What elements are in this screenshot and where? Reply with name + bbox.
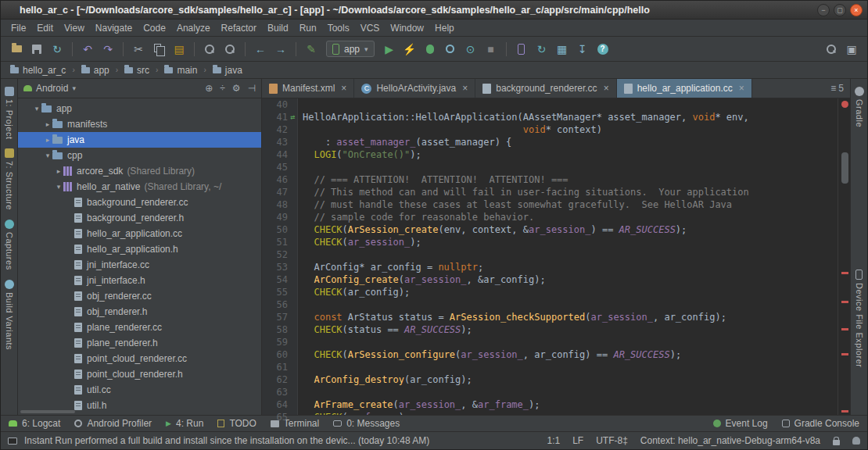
tree-item-jni-interface-h[interactable]: jni_interface.h: [18, 273, 261, 288]
editor-scrollbar[interactable]: [840, 98, 850, 415]
close-icon[interactable]: ×: [341, 83, 346, 94]
project-tree[interactable]: ▾app▸manifests▸java▾cpp▸arcore_sdk(Share…: [18, 98, 261, 415]
menu-window[interactable]: Window: [385, 21, 429, 35]
menu-view[interactable]: View: [59, 21, 90, 35]
close-button[interactable]: ×: [850, 4, 863, 16]
scrollbar-thumb[interactable]: [841, 152, 848, 184]
tree-item-hello-ar-native[interactable]: ▾hello_ar_native(Shared Library, ~/: [18, 179, 261, 195]
debug-icon[interactable]: [421, 40, 439, 59]
tree-item-hello-ar-application-cc[interactable]: hello_ar_application.cc: [18, 226, 261, 241]
menu-refactor[interactable]: Refactor: [216, 21, 262, 35]
toolwindow-button-captures[interactable]: Captures: [5, 215, 14, 275]
line-separator-widget[interactable]: LF: [572, 435, 583, 446]
toolwindow-button-4-run[interactable]: ▶4: Run: [166, 418, 203, 429]
close-icon[interactable]: ×: [604, 83, 609, 94]
search-everywhere-icon[interactable]: [822, 40, 841, 59]
status-message[interactable]: Instant Run performed a full build and i…: [24, 435, 429, 446]
tab-background-renderer-cc[interactable]: background_renderer.cc×: [475, 79, 616, 98]
toolwindow-button-7-structure[interactable]: 7: Structure: [5, 144, 14, 215]
breadcrumb-item-hello-ar-c[interactable]: hello_ar_c: [9, 65, 67, 76]
breadcrumb-item-src[interactable]: src: [123, 65, 151, 76]
toolwindow-button-gradle[interactable]: Gradle: [855, 82, 864, 132]
apply-changes-icon[interactable]: ⚡: [400, 40, 419, 59]
tree-item-java[interactable]: ▸java: [18, 132, 261, 148]
chevron-down-icon[interactable]: ▾: [43, 152, 52, 159]
toolwindow-button-0-messages[interactable]: 0: Messages: [333, 418, 400, 429]
breadcrumb-item-app[interactable]: app: [80, 65, 111, 76]
menu-run[interactable]: Run: [294, 21, 322, 35]
maximize-button[interactable]: ◻: [834, 4, 846, 16]
tree-item-jni-interface-cc[interactable]: jni_interface.cc: [18, 257, 261, 273]
menu-help[interactable]: Help: [429, 21, 460, 35]
code-editor[interactable]: 4041⇄42434445464748495051525354555657585…: [262, 98, 850, 415]
undo-icon[interactable]: ↶: [78, 40, 97, 59]
hidden-tabs-button[interactable]: ≡5: [824, 79, 850, 98]
breadcrumb-item-main[interactable]: main: [163, 65, 199, 76]
menu-analyze[interactable]: Analyze: [171, 21, 216, 35]
chevron-right-icon[interactable]: ▸: [43, 120, 52, 128]
toolwindow-button-gradle-console[interactable]: Gradle Console: [782, 418, 859, 429]
tree-item-point-cloud-renderer-h[interactable]: point_cloud_renderer.h: [18, 366, 261, 382]
encoding-widget[interactable]: UTF-8‡: [596, 435, 628, 446]
tree-item-plane-renderer-cc[interactable]: plane_renderer.cc: [18, 320, 261, 335]
chevron-down-icon[interactable]: ▾: [54, 183, 63, 191]
tree-item-cpp[interactable]: ▾cpp: [18, 148, 261, 163]
minimize-button[interactable]: −: [817, 4, 830, 16]
tree-item-arcore-sdk[interactable]: ▸arcore_sdk(Shared Library): [18, 163, 261, 179]
chevron-right-icon[interactable]: ▸: [43, 136, 52, 144]
toolwindow-button-todo[interactable]: TODO: [217, 418, 256, 429]
sdk-manager-icon[interactable]: ↧: [573, 40, 592, 59]
attach-debugger-icon[interactable]: ⊙: [461, 40, 480, 59]
copy-icon[interactable]: [149, 40, 168, 59]
layout-inspector-icon[interactable]: ▦: [553, 40, 572, 59]
tab-manifest-xml[interactable]: Manifest.xml×: [262, 79, 354, 98]
find-icon[interactable]: [200, 40, 219, 59]
menu-navigate[interactable]: Navigate: [90, 21, 138, 35]
tree-item-plane-renderer-h[interactable]: plane_renderer.h: [18, 335, 261, 351]
open-icon[interactable]: [7, 40, 26, 59]
editor-code[interactable]: HelloArApplication::HelloArApplication(A…: [298, 98, 840, 415]
avd-manager-icon[interactable]: [512, 40, 531, 59]
horizontal-scrollbar[interactable]: [20, 410, 75, 413]
menu-tools[interactable]: Tools: [322, 21, 355, 35]
help-icon[interactable]: ?: [594, 40, 612, 59]
menu-code[interactable]: Code: [138, 21, 171, 35]
paste-icon[interactable]: ▤: [170, 40, 188, 59]
hide-panel-icon[interactable]: ⊣: [248, 83, 256, 94]
menu-file[interactable]: File: [5, 21, 31, 35]
profile-icon[interactable]: [441, 40, 460, 59]
tree-item-background-renderer-h[interactable]: background_renderer.h: [18, 210, 261, 226]
toolwindow-button-build-variants[interactable]: Build Variants: [5, 275, 14, 355]
run-config-selector[interactable]: app▾: [326, 41, 375, 57]
menu-vcs[interactable]: VCS: [355, 21, 386, 35]
sync-gradle-icon[interactable]: ↻: [533, 40, 551, 59]
title-bar[interactable]: hello_ar_c - [~/Downloads/arcore_sdk/sam…: [1, 1, 867, 20]
chevron-right-icon[interactable]: ▸: [54, 167, 63, 175]
close-icon[interactable]: ×: [739, 83, 744, 94]
scroll-from-source-icon[interactable]: ⊕: [205, 83, 213, 94]
project-view-selector[interactable]: Android: [36, 83, 68, 94]
tool-windows-icon[interactable]: ▣: [842, 40, 861, 59]
tree-item-point-cloud-renderer-cc[interactable]: point_cloud_renderer.cc: [18, 351, 261, 366]
toolwindow-button-1-project[interactable]: 1: Project: [5, 82, 14, 144]
menu-build[interactable]: Build: [262, 21, 294, 35]
zoom-icon[interactable]: [221, 40, 239, 59]
tree-item-obj-renderer-cc[interactable]: obj_renderer.cc: [18, 288, 261, 304]
tree-item-util-cc[interactable]: util.cc: [18, 382, 261, 398]
tree-item-hello-ar-application-h[interactable]: hello_ar_application.h: [18, 241, 261, 257]
breadcrumb-item-java[interactable]: java: [211, 65, 244, 76]
notifications-icon[interactable]: [852, 437, 860, 445]
collapse-all-icon[interactable]: ÷: [220, 83, 225, 94]
stop-icon[interactable]: ■: [482, 40, 500, 59]
tree-item-manifests[interactable]: ▸manifests: [18, 116, 261, 132]
toolwindow-button-event-log[interactable]: Event Log: [713, 418, 768, 429]
sync-icon[interactable]: ↻: [48, 40, 66, 59]
back-icon[interactable]: ←: [251, 40, 270, 59]
caret-position-widget[interactable]: 1:1: [547, 435, 560, 446]
tree-item-obj-renderer-h[interactable]: obj_renderer.h: [18, 304, 261, 320]
chevron-down-icon[interactable]: ▾: [32, 105, 41, 112]
tab-helloaractivity-java[interactable]: CHelloArActivity.java×: [354, 79, 475, 98]
save-icon[interactable]: [27, 40, 46, 59]
tree-item-app[interactable]: ▾app: [18, 101, 261, 116]
cut-icon[interactable]: ✂: [129, 40, 148, 59]
